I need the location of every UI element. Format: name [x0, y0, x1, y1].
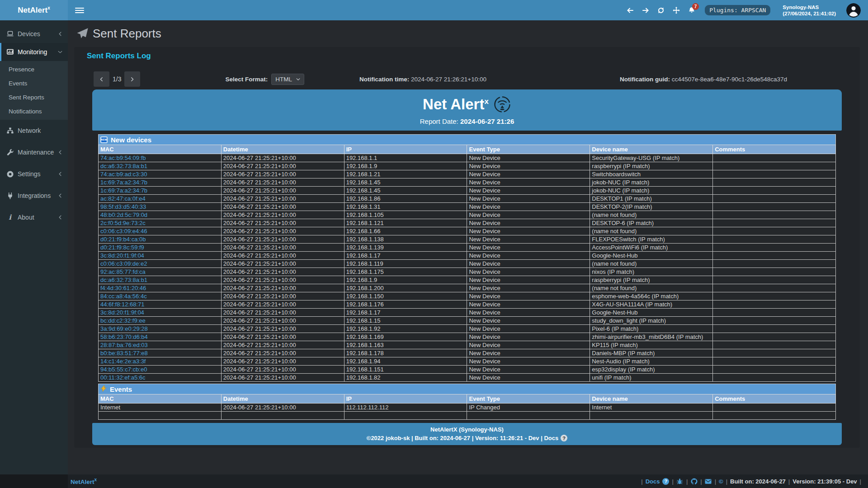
table-cell: 192.168.1.66	[344, 227, 467, 235]
sent-reports-log-link[interactable]: Sent Reports Log	[74, 52, 860, 61]
sidebar-item-network[interactable]: Network	[0, 122, 68, 140]
sidebar-item-notifications[interactable]: Notifications	[0, 104, 68, 118]
netalertx-logo-icon	[493, 95, 511, 113]
mac-link-cell[interactable]: 3c:8d:20:f1:9f:04	[99, 309, 222, 317]
mac-link-cell[interactable]: 98:5f:d3:d5:40:33	[99, 203, 222, 211]
footer-brand[interactable]: NetAlertx	[71, 477, 97, 485]
chevron-left-icon	[58, 193, 62, 198]
mac-link-cell[interactable]: d0:21:f9:b4:ca:0b	[99, 235, 222, 244]
table-row: 92:ac:85:77:fd:ca2024-06-27 21:25:21+10:…	[99, 268, 836, 276]
chevron-left-icon	[58, 150, 62, 155]
mac-link-cell[interactable]: 74:ac:b9:54:09:fb	[99, 154, 222, 162]
mac-link-cell[interactable]: c0:06:c3:09:e4:46	[99, 227, 222, 235]
mac-link-cell[interactable]: 94:b5:55:c7:cb:e0	[99, 366, 222, 374]
mac-link-cell[interactable]: dc:a6:32:73:8a:b1	[99, 276, 222, 284]
sidebar-item-sent-reports[interactable]: Sent Reports	[0, 90, 68, 104]
refresh-icon[interactable]	[657, 6, 665, 14]
sidebar-item-settings[interactable]: Settings	[0, 165, 68, 183]
sidebar-item-maintenance[interactable]: Maintenance	[0, 143, 68, 161]
table-row: 3c:8d:20:f1:9f:042024-06-27 21:25:21+10:…	[99, 309, 836, 317]
sidebar-item-about[interactable]: i About	[0, 208, 68, 226]
sidebar-item-integrations[interactable]: Integrations	[0, 187, 68, 205]
events-table: MACDatetimeIPEvent TypeDevice nameCommen…	[98, 394, 836, 420]
table-cell: 192.168.1.200	[344, 284, 467, 292]
host-info: Synology-NAS (27/06/2024, 21:41:02)	[783, 4, 836, 17]
sidebar-item-presence[interactable]: Presence	[0, 62, 68, 76]
prev-page-button[interactable]	[94, 71, 109, 87]
column-header: Device name	[590, 145, 713, 154]
sidebar-item-label: Network	[18, 127, 41, 134]
mac-link-cell[interactable]: dc:a6:32:73:8a:b1	[99, 162, 222, 170]
network-icon	[6, 127, 14, 134]
table-cell	[713, 309, 836, 317]
brand-logo[interactable]: NetAlertx	[0, 0, 68, 20]
mac-link-cell[interactable]: 3c:8d:20:f1:9f:04	[99, 252, 222, 260]
mac-link-cell[interactable]: 2c:f0:5d:9e:73:2c	[99, 219, 222, 227]
mail-icon[interactable]	[705, 478, 712, 485]
table-cell	[713, 374, 836, 382]
mac-link-cell[interactable]: 92:ac:85:77:fd:ca	[99, 268, 222, 276]
back-arrow-icon[interactable]	[626, 6, 634, 14]
table-cell	[713, 154, 836, 162]
table-cell	[713, 235, 836, 244]
mac-link-cell[interactable]: 28:87:ba:76:ed:03	[99, 341, 222, 349]
table-cell: FLEXPOESwitch (IP match)	[590, 235, 713, 244]
table-row: c0:06:c3:09:de:e22024-06-27 21:25:21+10:…	[99, 260, 836, 268]
mac-link-cell[interactable]: 3a:9d:69:e0:29:28	[99, 325, 222, 333]
mac-link-cell[interactable]: ac:82:47:ca:0f:e4	[99, 195, 222, 203]
table-cell: 2024-06-27 21:25:21+10:00	[221, 300, 344, 309]
mac-link-cell[interactable]: 1c:69:7a:a2:34:7b	[99, 178, 222, 187]
copyright-icon[interactable]: ©	[719, 478, 723, 485]
hamburger-icon[interactable]	[75, 8, 84, 13]
mac-link-cell[interactable]: bc:dd:c2:32:f9:ee	[99, 317, 222, 325]
sidebar-item-events[interactable]: Events	[0, 76, 68, 90]
help-circle-icon[interactable]: ?	[561, 435, 567, 441]
mac-link-cell[interactable]: f4:4d:30:61:20:46	[99, 284, 222, 292]
mac-link-cell[interactable]: 58:b6:23:70:d6:b4	[99, 333, 222, 341]
table-cell: KP115 (IP match)	[590, 341, 713, 349]
table-cell: 192.168.1.17	[344, 309, 467, 317]
mac-link-cell[interactable]: 74:ac:b9:ad:c3:30	[99, 170, 222, 178]
notification-count-badge: 7	[692, 3, 699, 10]
table-cell: 2024-06-27 21:25:21+10:00	[221, 292, 344, 300]
sidebar-item-devices[interactable]: Devices	[0, 25, 68, 43]
table-cell	[467, 412, 590, 420]
table-cell: esphome-web-4a564c (IP match)	[590, 292, 713, 300]
main-content: Sent Reports Sent Reports Log 1/3 Select…	[68, 20, 868, 474]
github-icon[interactable]	[690, 478, 698, 485]
table-cell	[713, 244, 836, 252]
table-row: 14:c1:4e:2e:a3:3f2024-06-27 21:25:21+10:…	[99, 357, 836, 366]
docs-link[interactable]: Docs	[646, 478, 660, 485]
report-footer: NetAlertX (Synology-NAS) ©2022 jokob-sk …	[92, 423, 842, 445]
next-page-button[interactable]	[124, 71, 140, 87]
format-select[interactable]: HTML	[271, 74, 304, 85]
table-row: 74:ac:b9:54:09:fb2024-06-27 21:25:21+10:…	[99, 154, 836, 162]
mac-link-cell[interactable]: 00:11:32:ef:a5:6c	[99, 374, 222, 382]
mac-link-cell[interactable]: b0:be:83:51:77:e8	[99, 349, 222, 357]
table-cell: 2024-06-27 21:25:21+10:00	[221, 333, 344, 341]
table-cell: SecurityGateway-USG (IP match)	[590, 154, 713, 162]
help-circle-icon[interactable]: ?	[662, 478, 669, 485]
table-cell: New Device	[467, 374, 590, 382]
move-icon[interactable]	[672, 6, 680, 14]
mac-link-cell[interactable]: 1c:69:7a:a2:34:7b	[99, 187, 222, 195]
bug-icon[interactable]	[676, 478, 684, 485]
user-avatar[interactable]	[846, 3, 861, 18]
table-cell	[713, 260, 836, 268]
forward-arrow-icon[interactable]	[642, 6, 649, 14]
table-cell: Google-Nest-Hub	[590, 309, 713, 317]
mac-link-cell[interactable]: 44:6f:f8:12:68:71	[99, 300, 222, 309]
table-cell: 192.168.1.138	[344, 235, 467, 244]
table-cell: 192.168.1.9	[344, 276, 467, 284]
table-cell: 2024-06-27 21:25:21+10:00	[221, 227, 344, 235]
bell-icon[interactable]: 7	[688, 6, 695, 14]
sidebar-item-label: Devices	[18, 30, 40, 38]
mac-link-cell[interactable]: d0:21:f9:8c:59:f9	[99, 244, 222, 252]
sidebar-item-monitoring[interactable]: Monitoring	[0, 43, 68, 61]
mac-link-cell[interactable]: 14:c1:4e:2e:a3:3f	[99, 357, 222, 366]
table-cell: 192.168.1.1	[344, 154, 467, 162]
mac-link-cell[interactable]: 48:b0:2d:5c:79:0d	[99, 211, 222, 219]
table-cell: 192.168.1.15	[344, 317, 467, 325]
mac-link-cell[interactable]: c0:06:c3:09:de:e2	[99, 260, 222, 268]
mac-link-cell[interactable]: 84:cc:a8:4a:56:4c	[99, 292, 222, 300]
